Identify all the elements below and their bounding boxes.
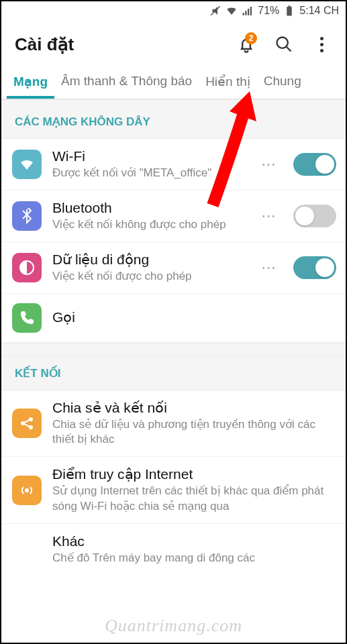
- tab-network[interactable]: Mạng: [7, 66, 54, 99]
- other-sub: Chế đô Trên máy bay mang di đông các: [52, 551, 336, 566]
- wifi-title: Wi-Fi: [52, 148, 245, 164]
- wifi-toggle[interactable]: [293, 153, 336, 176]
- item-tether[interactable]: Điểm truy cập Internet Sử dụng Internet …: [1, 457, 346, 523]
- svg-rect-1: [243, 13, 244, 15]
- call-icon: [12, 303, 42, 333]
- bluetooth-title: Bluetooth: [52, 200, 245, 216]
- tab-display[interactable]: Hiển thị: [199, 66, 257, 99]
- section-wireless-header: CÁC MẠNG KHÔNG DÂY: [1, 99, 346, 139]
- svg-line-8: [287, 47, 291, 52]
- call-title: Gọi: [52, 309, 336, 325]
- tab-bar: Mạng Âm thanh & Thông báo Hiển thị Chung: [1, 66, 346, 99]
- app-header: Cài đặt 2: [1, 20, 346, 66]
- svg-line-0: [211, 6, 221, 15]
- tether-icon: [12, 476, 42, 505]
- svg-rect-3: [248, 9, 249, 15]
- share-sub: Chia sẻ dữ liệu và phương tiện truyền th…: [52, 417, 336, 447]
- wifi-icon: [12, 150, 42, 179]
- wifi-more[interactable]: ⋯: [256, 156, 283, 173]
- item-mobile-data[interactable]: Dữ liệu di động Việc kết nối được cho ph…: [1, 242, 346, 294]
- notifications-button[interactable]: 2: [232, 30, 261, 59]
- share-title: Chia sẻ và kết nối: [52, 400, 336, 416]
- svg-point-7: [277, 38, 288, 48]
- wifi-status-icon: [226, 5, 238, 17]
- battery-pct: 71%: [258, 5, 279, 17]
- search-button[interactable]: [269, 30, 299, 59]
- search-icon: [275, 35, 293, 54]
- svg-point-15: [25, 488, 29, 492]
- notif-badge: 2: [245, 32, 257, 44]
- bluetooth-more[interactable]: ⋯: [256, 207, 283, 225]
- wifi-sub: Được kết nối với "META_office": [52, 166, 245, 180]
- status-bar: 71% 5:14 CH: [1, 1, 346, 20]
- tether-sub: Sử dụng Internet trên các thiết bị khác …: [52, 484, 336, 513]
- svg-rect-2: [246, 11, 247, 15]
- data-more[interactable]: ⋯: [256, 259, 283, 276]
- battery-icon: [283, 5, 295, 17]
- section-gap: [1, 343, 346, 356]
- data-title: Dữ liệu di động: [52, 252, 245, 268]
- watermark: Quantrimang.com: [105, 616, 242, 636]
- share-icon: [12, 409, 42, 438]
- bluetooth-icon: [12, 201, 42, 231]
- svg-rect-5: [287, 7, 293, 16]
- section-connect-header: KẾT NỐI: [1, 356, 346, 390]
- signal-icon: [242, 5, 254, 17]
- more-icon: [320, 37, 324, 52]
- mute-icon: [209, 5, 221, 17]
- item-other[interactable]: Khác Chế đô Trên máy bay mang di đông cá…: [1, 524, 346, 575]
- svg-rect-4: [250, 7, 252, 15]
- item-call[interactable]: Gọi: [1, 294, 346, 343]
- page-title: Cài đặt: [15, 34, 224, 55]
- item-share[interactable]: Chia sẻ và kết nối Chia sẻ dữ liệu và ph…: [1, 390, 346, 457]
- tab-sound[interactable]: Âm thanh & Thông báo: [54, 66, 199, 99]
- item-wifi[interactable]: Wi-Fi Được kết nối với "META_office" ⋯: [1, 139, 346, 191]
- svg-rect-6: [289, 6, 291, 7]
- svg-line-13: [24, 420, 30, 423]
- other-title: Khác: [52, 533, 336, 549]
- data-icon: [12, 253, 42, 282]
- more-button[interactable]: [307, 30, 336, 59]
- item-bluetooth[interactable]: Bluetooth Việc kết nối không được cho ph…: [1, 191, 346, 242]
- data-sub: Việc kết nối được cho phép: [52, 269, 245, 284]
- tether-title: Điểm truy cập Internet: [52, 466, 336, 482]
- data-toggle[interactable]: [293, 256, 336, 279]
- bluetooth-sub: Việc kết nối không được cho phép: [52, 217, 245, 232]
- svg-line-14: [24, 424, 30, 427]
- status-time: 5:14 CH: [299, 5, 339, 17]
- tab-general[interactable]: Chung: [257, 66, 308, 99]
- bluetooth-toggle[interactable]: [293, 205, 336, 227]
